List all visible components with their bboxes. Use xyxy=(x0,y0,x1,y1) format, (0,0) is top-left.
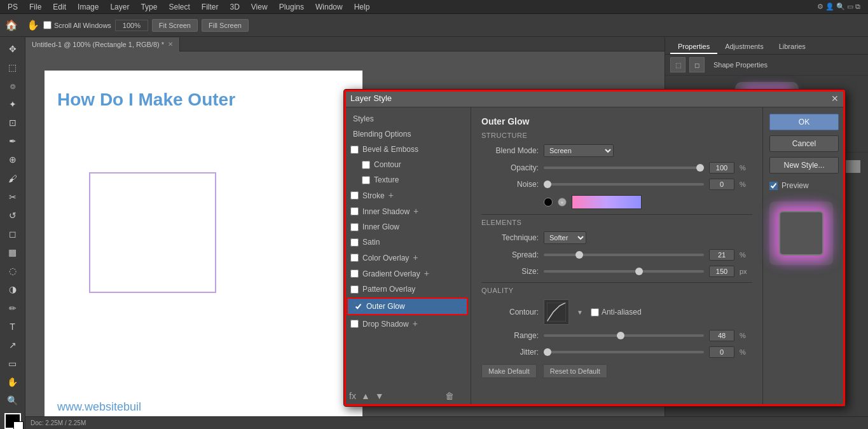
gradient-overlay-item[interactable]: Gradient Overlay + xyxy=(344,266,471,282)
crop-tool[interactable]: ⊡ xyxy=(4,114,22,132)
blur-tool[interactable]: ◌ xyxy=(4,262,22,280)
menu-plugins[interactable]: Plugins xyxy=(274,1,309,13)
noise-slider[interactable] xyxy=(544,183,704,186)
home-icon[interactable]: 🏠 xyxy=(5,19,18,31)
brush-tool[interactable]: 🖌 xyxy=(4,170,22,187)
texture-item[interactable]: Texture xyxy=(344,172,471,187)
jitter-slider[interactable] xyxy=(544,351,704,353)
drop-shadow-item[interactable]: Drop Shadow + xyxy=(344,316,471,332)
technique-select[interactable]: Softer Precise xyxy=(544,231,586,244)
gradient-tool[interactable]: ▦ xyxy=(4,244,22,261)
zoom-input[interactable] xyxy=(115,20,148,31)
inner-shadow-plus-icon[interactable]: + xyxy=(413,206,418,216)
tab-properties[interactable]: Properties xyxy=(670,40,717,54)
fit-screen-button[interactable]: Fit Screen xyxy=(152,19,198,32)
styles-item[interactable]: Styles xyxy=(344,111,471,126)
menu-select[interactable]: Select xyxy=(163,1,195,13)
clone-stamp-tool[interactable]: ✂ xyxy=(4,188,22,205)
stroke-plus-icon[interactable]: + xyxy=(389,190,394,200)
contour-item[interactable]: Contour xyxy=(344,157,471,172)
opacity-input[interactable] xyxy=(709,162,734,174)
size-slider[interactable] xyxy=(544,270,704,273)
menu-file[interactable]: File xyxy=(24,1,46,13)
blend-mode-select[interactable]: Screen Normal Multiply Lighten xyxy=(544,144,614,157)
blending-options-item[interactable]: Blending Options xyxy=(344,126,471,142)
pattern-overlay-item[interactable]: Pattern Overlay xyxy=(344,282,471,297)
dialog-close-button[interactable]: ✕ xyxy=(831,93,839,104)
color-overlay-plus-icon[interactable]: + xyxy=(413,252,418,262)
color-overlay-checkbox[interactable] xyxy=(350,254,359,262)
stroke-checkbox[interactable] xyxy=(350,191,359,200)
contour-dropdown-icon[interactable]: ▼ xyxy=(574,309,586,316)
eyedropper-tool[interactable]: ✒ xyxy=(4,133,22,150)
scroll-all-checkbox[interactable] xyxy=(43,21,52,29)
ok-button[interactable]: OK xyxy=(769,114,839,130)
menu-window[interactable]: Window xyxy=(310,1,348,13)
inner-glow-checkbox[interactable] xyxy=(350,223,359,231)
menu-3d[interactable]: 3D xyxy=(224,1,244,13)
menu-type[interactable]: Type xyxy=(135,1,162,13)
foreground-background-colors[interactable] xyxy=(4,413,21,429)
black-dot[interactable] xyxy=(544,198,553,207)
anti-aliased-checkbox[interactable] xyxy=(591,308,599,317)
color-overlay-item[interactable]: Color Overlay + xyxy=(344,250,471,266)
bevel-emboss-item[interactable]: Bevel & Emboss xyxy=(344,142,471,157)
gradient-overlay-plus-icon[interactable]: + xyxy=(424,268,429,278)
dodge-tool[interactable]: ◑ xyxy=(4,281,22,298)
range-slider[interactable] xyxy=(544,334,704,337)
lasso-tool[interactable]: ⌾ xyxy=(4,77,22,94)
move-up-icon[interactable]: ▲ xyxy=(361,391,370,401)
drop-shadow-checkbox[interactable] xyxy=(350,320,359,328)
menu-view[interactable]: View xyxy=(246,1,273,13)
move-tool[interactable]: ✥ xyxy=(4,40,22,57)
shape-icon[interactable]: ⬚ xyxy=(670,57,685,72)
satin-item[interactable]: Satin xyxy=(344,235,471,250)
menu-edit[interactable]: Edit xyxy=(48,1,71,13)
menu-image[interactable]: Image xyxy=(72,1,104,13)
tab-adjustments[interactable]: Adjustments xyxy=(717,40,771,54)
zoom-tool[interactable]: 🔍 xyxy=(4,392,22,409)
tab-libraries[interactable]: Libraries xyxy=(771,40,813,54)
color-swatch[interactable] xyxy=(572,195,642,209)
hand-tool-icon[interactable]: ✋ xyxy=(27,19,39,31)
inner-glow-item[interactable]: Inner Glow xyxy=(344,219,471,235)
noise-input[interactable] xyxy=(709,179,734,190)
eraser-tool[interactable]: ◻ xyxy=(4,225,22,242)
contour-preview[interactable] xyxy=(544,299,569,325)
delete-icon[interactable]: 🗑 xyxy=(445,391,454,401)
preview-checkbox[interactable] xyxy=(769,182,778,190)
type-tool[interactable]: T xyxy=(4,318,22,335)
marquee-tool[interactable]: ⬚ xyxy=(4,58,22,76)
pen-tool[interactable]: ✏ xyxy=(4,299,22,317)
spread-input[interactable] xyxy=(709,249,734,261)
healing-brush-tool[interactable]: ⊕ xyxy=(4,151,22,168)
opacity-slider[interactable] xyxy=(544,167,704,169)
range-input[interactable] xyxy=(709,330,734,341)
new-style-button[interactable]: New Style... xyxy=(769,157,839,174)
magic-wand-tool[interactable]: ✦ xyxy=(4,95,22,112)
bevel-emboss-checkbox[interactable] xyxy=(350,146,359,154)
fill-screen-button[interactable]: Fill Screen xyxy=(202,19,249,32)
menu-help[interactable]: Help xyxy=(349,1,375,13)
size-input[interactable] xyxy=(709,266,734,277)
menu-filter[interactable]: Filter xyxy=(196,1,224,13)
move-down-icon[interactable]: ▼ xyxy=(375,391,384,401)
contour-checkbox[interactable] xyxy=(362,161,370,169)
pattern-overlay-checkbox[interactable] xyxy=(350,285,359,294)
gradient-dot[interactable]: ● xyxy=(558,198,567,207)
inner-shadow-checkbox[interactable] xyxy=(350,207,359,215)
gradient-overlay-checkbox[interactable] xyxy=(350,269,359,278)
menu-layer[interactable]: Layer xyxy=(105,1,134,13)
inner-shadow-item[interactable]: Inner Shadow + xyxy=(344,203,471,219)
history-brush-tool[interactable]: ↺ xyxy=(4,207,22,224)
texture-checkbox[interactable] xyxy=(362,176,370,184)
stroke-item[interactable]: Stroke + xyxy=(344,187,471,203)
jitter-input[interactable] xyxy=(709,346,734,358)
doc-tab[interactable]: Untitled-1 @ 100% (Rectangle 1, RGB/8) *… xyxy=(25,37,180,51)
menu-ps[interactable]: PS xyxy=(3,1,23,13)
reset-to-default-button[interactable]: Reset to Default xyxy=(543,364,607,378)
spread-slider[interactable] xyxy=(544,254,704,256)
path-selection-tool[interactable]: ↗ xyxy=(4,336,22,353)
shape-icon-2[interactable]: ◻ xyxy=(689,57,705,72)
cancel-button[interactable]: Cancel xyxy=(769,135,839,152)
